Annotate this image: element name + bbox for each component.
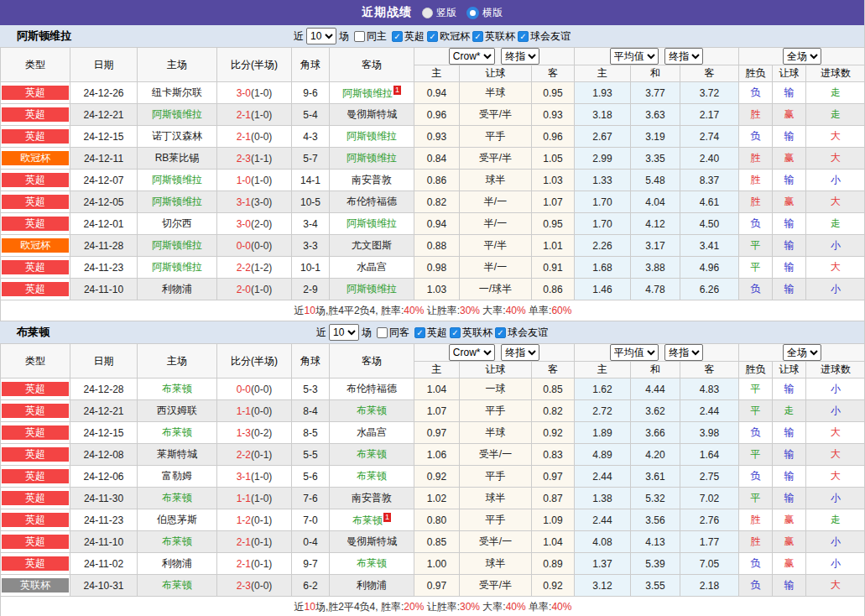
league-type-cell: 英超 (1, 531, 70, 553)
league-badge: 英超 (2, 382, 69, 396)
result-cell: 大 (806, 257, 865, 279)
checkbox-checked-icon[interactable]: ✓ (495, 327, 506, 338)
league-badge: 欧冠杯 (2, 238, 69, 253)
subcol-avg-away: 客 (680, 65, 739, 82)
match-row: 英超24-11-10利物浦2-0(1-0)2-9阿斯顿维拉1.03一/球半0.8… (1, 279, 865, 300)
same-venue-filter[interactable]: 同主 (354, 29, 387, 44)
checkbox-checked-icon[interactable]: ✓ (472, 31, 483, 42)
fulltime-select[interactable]: 全场 (783, 48, 821, 65)
fulltime-score: 2-1 (237, 558, 251, 570)
page: 近期战绩 竖版 横版 阿斯顿维拉 近 10 场 同主 ✓英超✓欧冠杯✓英联杯✓球… (0, 0, 865, 616)
avg-odds-cell: 3.35 (631, 148, 680, 170)
league-badge: 英超 (2, 556, 69, 571)
result-cell: 大 (806, 126, 865, 148)
date-cell: 24-12-08 (70, 444, 138, 466)
league-filter[interactable]: ✓欧冠杯 (427, 29, 470, 44)
layout-vertical-option[interactable]: 竖版 (422, 6, 456, 20)
summary-segment: 场,胜4平2负4, 胜率: (315, 305, 404, 316)
avg-stage-select[interactable]: 终指 (664, 344, 703, 361)
avg-odds-cell: 1.93 (575, 82, 631, 104)
league-filter[interactable]: ✓英超 (392, 29, 425, 44)
result-cell: 负 (739, 575, 773, 597)
score-cell: 2-2(0-1) (217, 444, 292, 466)
halftime-score: (0-0) (251, 240, 272, 252)
score-cell: 1-3(0-2) (217, 422, 292, 444)
crow-odds-cell: 0.87 (532, 488, 575, 509)
score-cell: 2-1(0-0) (217, 126, 292, 148)
home-team-cell: 切尔西 (138, 213, 217, 235)
fulltime-select[interactable]: 全场 (783, 344, 821, 361)
crow-odds-cell: 0.92 (532, 422, 575, 444)
result-cell: 负 (739, 126, 773, 148)
avg-odds-cell: 2.17 (680, 104, 739, 126)
checkbox-checked-icon[interactable]: ✓ (427, 31, 438, 42)
team-label: 阿斯顿维拉 (152, 108, 202, 120)
avg-odds-cell: 2.40 (680, 148, 739, 170)
result-cell: 大 (806, 444, 865, 466)
avg-odds-cell: 3.56 (631, 509, 680, 531)
team-label: 尤文图斯 (352, 239, 392, 251)
league-filter[interactable]: ✓英超 (414, 326, 447, 340)
crow-odds-cell: 0.93 (532, 104, 575, 126)
match-count-select[interactable]: 10 (306, 28, 336, 44)
same-venue-filter[interactable]: 同客 (377, 326, 409, 340)
team-label: 利物浦 (162, 283, 192, 295)
avg-odds-cell: 2.44 (575, 466, 631, 488)
team-label: 伯恩茅斯 (157, 514, 197, 525)
home-team-cell: 阿斯顿维拉 (138, 257, 217, 279)
radio-unchecked-icon[interactable] (422, 8, 433, 18)
score-cell: 1-1(0-0) (217, 400, 292, 422)
team-label: 布莱顿 (357, 405, 387, 416)
crow-odds-cell: 1.09 (532, 509, 575, 531)
score-cell: 3-0(1-0) (217, 82, 292, 104)
average-select[interactable]: 平均值 (610, 48, 659, 65)
halftime-score: (0-1) (251, 558, 272, 570)
summary-segment: 近 (294, 601, 305, 613)
result-cell: 输 (773, 488, 806, 509)
bookmaker-select[interactable]: Crow* (449, 344, 495, 361)
result-group-header: 全场 (739, 48, 865, 65)
team-label: 阿斯顿维拉 (152, 239, 202, 251)
odds-stage-select[interactable]: 终指 (501, 48, 539, 65)
radio-checked-icon[interactable] (466, 7, 479, 19)
odds-stage-select[interactable]: 终指 (501, 344, 539, 361)
checkbox-checked-icon[interactable]: ✓ (414, 327, 425, 338)
date-cell: 24-12-15 (70, 126, 138, 148)
corner-cell: 8-4 (292, 400, 330, 422)
league-filter[interactable]: ✓球会友谊 (518, 29, 571, 44)
league-filter[interactable]: ✓英联杯 (472, 29, 515, 44)
checkbox-checked-icon[interactable]: ✓ (450, 327, 461, 338)
checkbox-checked-icon[interactable]: ✓ (518, 31, 529, 42)
crow-odds-cell: 1.05 (532, 148, 575, 170)
league-label: 欧冠杯 (440, 29, 470, 44)
checkbox-unchecked-icon[interactable] (377, 327, 388, 338)
checkbox-unchecked-icon[interactable] (354, 31, 365, 42)
average-select[interactable]: 平均值 (610, 344, 659, 361)
league-filter[interactable]: ✓英联杯 (450, 326, 492, 340)
layout-horizontal-option[interactable]: 横版 (466, 6, 503, 20)
home-team-cell: 布莱顿 (138, 575, 217, 597)
corner-cell: 5-5 (292, 444, 330, 466)
away-team-cell: 水晶宫 (330, 422, 414, 444)
crow-odds-cell: 一球 (460, 378, 532, 400)
col-header-type: 类型 (1, 48, 70, 82)
league-type-cell: 英联杯 (1, 575, 70, 597)
halftime-score: (0-0) (251, 131, 272, 143)
crow-odds-cell: 0.96 (532, 126, 575, 148)
result-cell: 小 (806, 235, 865, 257)
fulltime-score: 1-1 (237, 493, 251, 504)
league-filter[interactable]: ✓球会友谊 (495, 326, 548, 340)
avg-stage-select[interactable]: 终指 (664, 48, 703, 65)
halftime-score: (1-0) (251, 87, 272, 99)
score-cell: 3-1(1-0) (217, 466, 292, 488)
crow-odds-cell: 0.94 (414, 213, 460, 235)
match-count-select[interactable]: 10 (329, 324, 359, 341)
avg-group-header: 平均值 终指 (575, 344, 739, 362)
checkbox-checked-icon[interactable]: ✓ (392, 31, 403, 42)
score-cell: 0-0(0-0) (217, 378, 292, 400)
result-cell: 输 (773, 82, 806, 104)
result-cell: 大 (806, 422, 865, 444)
home-team-cell: 莱斯特城 (138, 444, 217, 466)
bookmaker-select[interactable]: Crow* (449, 48, 495, 65)
team-label: 布莱顿 (162, 492, 192, 504)
